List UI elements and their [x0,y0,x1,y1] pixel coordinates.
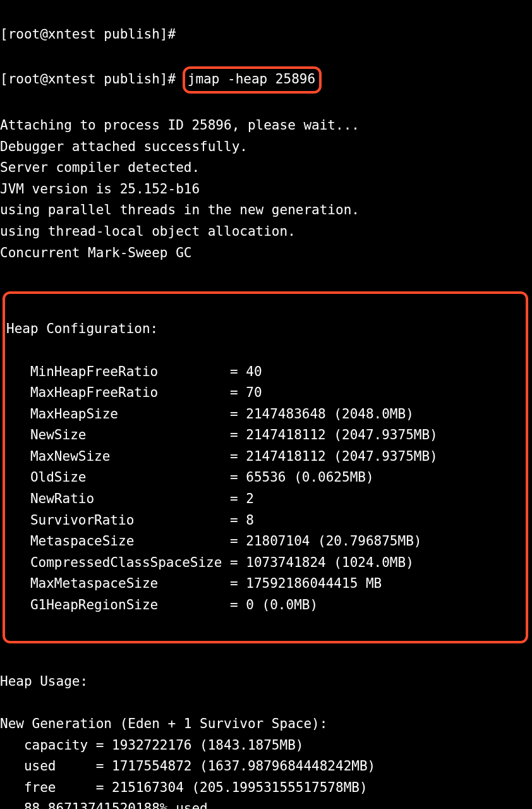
shell-prompt-2[interactable]: [root@xntest publish]# [0,71,184,87]
usage-row: capacity = 1932722176 (1843.1875MB) [0,735,532,757]
heap-config-row: MaxHeapSize = 2147483648 (2048.0MB) [6,404,524,425]
jmap-command[interactable]: jmap -heap 25896 [183,66,322,94]
heap-config-row: CompressedClassSpaceSize = 1073741824 (1… [6,552,524,574]
usage-section-title: New Generation (Eden + 1 Survivor Space)… [0,714,532,735]
heap-config-row: MaxNewSize = 2147418112 (2047.9375MB) [6,446,524,468]
usage-percent: 88.86713741520188% used [0,798,532,809]
output-line: Server compiler detected. [0,157,532,179]
heap-config-row: MinHeapFreeRatio = 40 [6,362,524,383]
heap-usage-title: Heap Usage: [0,671,532,693]
heap-config-row: SurvivorRatio = 8 [6,510,524,532]
heap-config-title: Heap Configuration: [6,319,524,340]
heap-config-row: MaxMetaspaceSize = 17592186044415 MB [6,573,524,595]
usage-row: free = 215167304 (205.19953155517578MB) [0,777,532,799]
output-line: using thread-local object allocation. [0,221,532,243]
output-line: Debugger attached successfully. [0,137,532,158]
heap-config-row: NewRatio = 2 [6,489,524,510]
output-line: Attaching to process ID 25896, please wa… [0,115,532,137]
output-line: Concurrent Mark-Sweep GC [0,243,532,264]
heap-config-row: NewSize = 2147418112 (2047.9375MB) [6,425,524,446]
usage-row: used = 1717554872 (1637.9879684448242MB) [0,756,532,777]
output-line: JVM version is 25.152-b16 [0,179,532,200]
shell-prompt-1[interactable]: [root@xntest publish]# [0,24,532,46]
output-line: using parallel threads in the new genera… [0,200,532,221]
heap-configuration-box: Heap Configuration: MinHeapFreeRatio = 4… [3,291,528,644]
heap-config-row: MaxHeapFreeRatio = 70 [6,382,524,404]
heap-config-row: OldSize = 65536 (0.0625MB) [6,467,524,489]
heap-config-row: MetaspaceSize = 21807104 (20.796875MB) [6,531,524,552]
terminal-output: [root@xntest publish]# [root@xntest publ… [0,0,532,809]
heap-config-row: G1HeapRegionSize = 0 (0.0MB) [6,595,524,616]
